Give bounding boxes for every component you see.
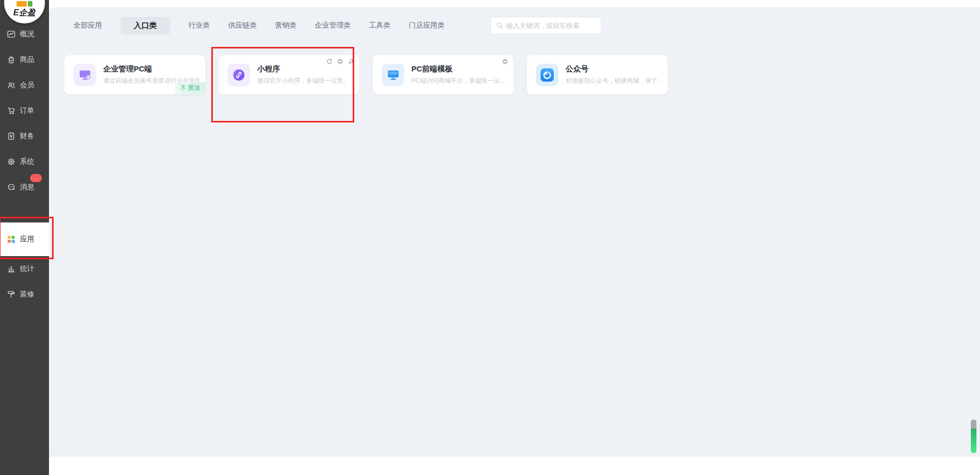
pc-admin-app-icon xyxy=(74,64,96,86)
stats-icon xyxy=(7,264,16,273)
main-area: 全部应用入口类行业类供应链类营销类企业管理类工具类门店应用类 企业管理PC端通过… xyxy=(49,0,980,475)
printer-icon[interactable] xyxy=(502,58,508,65)
sidebar-item-label: 应用 xyxy=(20,235,34,244)
scrollbar-thumb[interactable] xyxy=(971,419,976,453)
card-title: 企业管理PC端 xyxy=(103,64,199,74)
tab-entry[interactable]: 入口类 xyxy=(120,17,170,35)
sidebar-item-label: 系统 xyxy=(20,157,34,166)
sidebar-item-label: 消息 xyxy=(20,183,34,192)
tab-all-apps[interactable]: 全部应用 xyxy=(74,21,102,30)
app-card-pc-template[interactable]: PC前端模板PC端访问商城平台，多端统一运... xyxy=(373,55,513,94)
card-description: PC端访问商城平台，多端统一运... xyxy=(411,77,505,85)
finance-icon xyxy=(7,132,16,141)
sidebar-item-label: 订单 xyxy=(20,106,34,115)
pin-status-badge: 不 置顶 xyxy=(175,82,205,94)
sidebar-item-system[interactable]: 系统 xyxy=(0,156,49,168)
pc-template-app-icon xyxy=(382,64,404,86)
miniprogram-app-icon xyxy=(228,64,250,86)
card-text: PC前端模板PC端访问商城平台，多端统一运... xyxy=(411,64,505,85)
decorate-icon xyxy=(7,290,16,299)
sidebar-item-stats[interactable]: 统计 xyxy=(0,263,49,275)
tab-enterprise-mgmt[interactable]: 企业管理类 xyxy=(315,21,351,30)
card-title: PC前端模板 xyxy=(411,64,505,74)
scrollbar-cap xyxy=(971,419,976,429)
sidebar-item-label: 商品 xyxy=(20,55,34,64)
sidebar-item-apps[interactable]: 应用 xyxy=(0,222,49,256)
sidebar-item-label: 会员 xyxy=(20,81,34,90)
message-count-badge: ... xyxy=(30,174,42,182)
sidebar-item-decorate[interactable]: 装修 xyxy=(0,288,49,301)
logo-blocks-icon xyxy=(17,1,33,7)
sidebar-item-label: 财务 xyxy=(20,132,34,141)
tab-supply-chain[interactable]: 供应链类 xyxy=(228,21,257,30)
orders-icon xyxy=(7,106,16,115)
message-icon xyxy=(7,183,16,192)
card-title: 小程序 xyxy=(257,64,349,74)
card-description: 微信官方小程序，多端统一运营。 xyxy=(257,77,349,85)
overview-icon xyxy=(7,30,16,39)
search-input[interactable] xyxy=(506,22,596,30)
members-icon xyxy=(7,81,16,90)
sidebar-item-goods[interactable]: 商品 xyxy=(0,54,49,66)
card-actions xyxy=(502,58,508,65)
printer-icon[interactable] xyxy=(337,58,344,65)
search-icon xyxy=(496,22,503,29)
goods-icon xyxy=(7,55,16,64)
card-actions xyxy=(326,58,354,65)
app-card-pc-admin[interactable]: 企业管理PC端通过前端会员账号登录进行企业管理不 置顶 xyxy=(64,55,205,94)
sidebar-item-label: 装修 xyxy=(20,290,34,299)
tab-store-apps[interactable]: 门店应用类 xyxy=(409,21,445,30)
sidebar-item-finance[interactable]: 财务 xyxy=(0,130,49,142)
sidebar-item-label: 统计 xyxy=(20,264,34,273)
sidebar-item-label: 概况 xyxy=(20,30,34,39)
brand-logo: E企盈 xyxy=(4,0,45,23)
card-text: 公众号对接微信公众号，链接商城，便于... xyxy=(566,64,662,85)
sidebar-item-message[interactable]: 消息 xyxy=(0,181,49,193)
tab-tools[interactable]: 工具类 xyxy=(369,21,390,30)
card-text: 小程序微信官方小程序，多端统一运营。 xyxy=(257,64,349,85)
sidebar-item-orders[interactable]: 订单 xyxy=(0,105,49,117)
app-card-wechat-oa[interactable]: 公众号对接微信公众号，链接商城，便于... xyxy=(527,55,668,94)
wechat-oa-app-icon xyxy=(536,64,558,86)
tab-industry[interactable]: 行业类 xyxy=(188,21,210,30)
system-icon xyxy=(7,157,16,166)
apps-icon xyxy=(7,235,16,244)
note-icon[interactable] xyxy=(348,58,354,65)
sync-icon[interactable] xyxy=(326,58,333,65)
sidebar-item-overview[interactable]: 概况 xyxy=(0,28,49,40)
card-title: 公众号 xyxy=(566,64,662,74)
logo-text: E企盈 xyxy=(4,8,45,18)
search-box[interactable] xyxy=(491,17,601,34)
tab-marketing[interactable]: 营销类 xyxy=(275,21,297,30)
sidebar: E企盈 概况商品会员订单财务系统消息...应用统计装修 xyxy=(0,0,49,475)
card-description: 对接微信公众号，链接商城，便于... xyxy=(566,77,662,85)
app-card-miniprogram[interactable]: 小程序微信官方小程序，多端统一运营。 xyxy=(218,55,359,94)
sidebar-item-members[interactable]: 会员 xyxy=(0,79,49,91)
scrollbar-green-indicator xyxy=(971,429,976,453)
category-tabs: 全部应用入口类行业类供应链类营销类企业管理类工具类门店应用类 xyxy=(74,17,445,34)
